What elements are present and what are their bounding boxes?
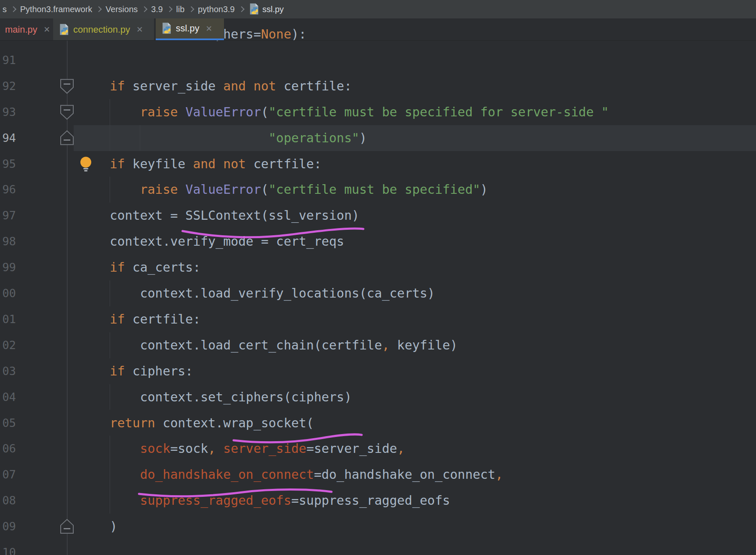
code-text: ) xyxy=(80,514,117,540)
code-text: if keyfile and not certfile: xyxy=(80,151,321,177)
tab-connection-py[interactable]: connection.py✕ xyxy=(53,18,154,41)
breadcrumb: sPython3.frameworkVersions3.9libpython3.… xyxy=(0,0,756,18)
chevron-right-icon xyxy=(96,6,102,12)
line-number: 04 xyxy=(0,384,16,410)
code-line[interactable]: 04 context.set_ciphers(ciphers) xyxy=(0,384,756,410)
breadcrumb-item-ssl-py[interactable]: ssl.py xyxy=(248,3,284,15)
line-number: 05 xyxy=(0,410,16,436)
code-line[interactable]: 92 if server_side and not certfile: xyxy=(0,73,756,99)
line-number: 91 xyxy=(0,47,16,73)
python-file-icon xyxy=(248,3,260,15)
line-number: 97 xyxy=(0,203,16,229)
tab-close-icon[interactable]: ✕ xyxy=(206,25,212,33)
code-line[interactable]: 09 ) xyxy=(0,514,756,540)
code-text: if ciphers: xyxy=(80,358,193,384)
code-text: if ca_certs: xyxy=(80,254,201,280)
code-text: context.verify_mode = cert_reqs xyxy=(80,229,344,254)
code-text: sock=sock, server_side=server_side, xyxy=(80,436,405,462)
code-text: context.load_verify_locations(ca_certs) xyxy=(80,280,435,306)
line-number: 93 xyxy=(0,99,16,125)
line-number: 92 xyxy=(0,73,16,99)
code-line[interactable]: 01 if certfile: xyxy=(0,306,756,332)
chevron-right-icon xyxy=(10,6,16,12)
code-line[interactable]: 07 do_handshake_on_connect=do_handshake_… xyxy=(0,462,756,488)
code-line[interactable]: 10 xyxy=(0,540,756,555)
line-number: 10 xyxy=(0,540,16,555)
code-line[interactable]: 94 "operations") xyxy=(0,125,756,151)
code-text: if server_side and not certfile: xyxy=(80,73,352,99)
line-number: 01 xyxy=(0,306,16,332)
code-text: raise ValueError("certfile must be speci… xyxy=(80,99,609,125)
code-line[interactable]: 99 if ca_certs: xyxy=(0,254,756,280)
line-number: 98 xyxy=(0,229,16,254)
line-number: 03 xyxy=(0,358,16,384)
code-line[interactable]: 05 return context.wrap_socket( xyxy=(0,410,756,436)
line-number: 99 xyxy=(0,254,16,280)
chevron-right-icon xyxy=(239,6,244,12)
code-text: "operations") xyxy=(80,125,367,151)
tab-close-icon[interactable]: ✕ xyxy=(136,26,143,33)
code-text: context.load_cert_chain(certfile, keyfil… xyxy=(80,332,458,358)
code-line[interactable]: 03 if ciphers: xyxy=(0,358,756,384)
code-line[interactable]: 91 xyxy=(0,47,756,73)
line-number: 09 xyxy=(0,514,16,540)
code-line[interactable]: 06 sock=sock, server_side=server_side, xyxy=(0,436,756,462)
code-editor[interactable]: 90 ciphers=None):9192 if server_side and… xyxy=(0,0,756,555)
code-text: return context.wrap_socket( xyxy=(80,410,314,436)
tab-main-py[interactable]: main.py✕ xyxy=(0,18,53,41)
breadcrumb-item-python3-framework[interactable]: Python3.framework xyxy=(20,5,92,14)
code-line[interactable]: 95 if keyfile and not certfile: xyxy=(0,151,756,177)
code-text: suppress_ragged_eofs=suppress_ragged_eof… xyxy=(80,488,450,514)
chevron-right-icon xyxy=(188,6,194,12)
line-number: 00 xyxy=(0,280,16,306)
code-line[interactable]: 08 suppress_ragged_eofs=suppress_ragged_… xyxy=(0,488,756,514)
code-line[interactable]: 97 context = SSLContext(ssl_version) xyxy=(0,203,756,229)
tab-ssl-py[interactable]: ssl.py✕ xyxy=(156,18,224,41)
breadcrumb-item-versions[interactable]: Versions xyxy=(105,5,138,14)
line-number: 08 xyxy=(0,488,16,514)
chevron-right-icon xyxy=(141,6,147,12)
tab-label: connection.py xyxy=(73,24,130,35)
line-number: 94 xyxy=(0,125,16,151)
line-number: 02 xyxy=(0,332,16,358)
code-line[interactable]: 93 raise ValueError("certfile must be sp… xyxy=(0,99,756,125)
code-line[interactable]: 98 context.verify_mode = cert_reqs xyxy=(0,229,756,254)
chevron-right-icon xyxy=(167,6,172,12)
line-number: 95 xyxy=(0,151,16,177)
code-text: context.set_ciphers(ciphers) xyxy=(80,384,352,410)
code-text: do_handshake_on_connect=do_handshake_on_… xyxy=(80,462,503,488)
code-text: if certfile: xyxy=(80,306,201,332)
breadcrumb-item-python3-9[interactable]: python3.9 xyxy=(198,5,235,14)
breadcrumb-item-lib[interactable]: lib xyxy=(176,5,185,14)
code-line[interactable]: 00 context.load_verify_locations(ca_cert… xyxy=(0,280,756,306)
line-number: 07 xyxy=(0,462,16,488)
code-text: raise ValueError("certfile must be speci… xyxy=(80,177,488,203)
code-line[interactable]: 02 context.load_cert_chain(certfile, key… xyxy=(0,332,756,358)
python-file-icon xyxy=(161,22,172,35)
tab-close-icon[interactable]: ✕ xyxy=(44,26,50,33)
code-line[interactable]: 96 raise ValueError("certfile must be sp… xyxy=(0,177,756,203)
line-number: 96 xyxy=(0,177,16,203)
tab-label: ssl.py xyxy=(176,23,199,34)
editor-tab-bar: main.py✕ connection.py✕ ssl.py✕ xyxy=(0,18,756,41)
tab-label: main.py xyxy=(5,24,37,35)
python-file-icon xyxy=(58,23,69,36)
breadcrumb-item-s[interactable]: s xyxy=(3,5,7,14)
code-text: context = SSLContext(ssl_version) xyxy=(80,203,359,229)
breadcrumb-item-3-9[interactable]: 3.9 xyxy=(151,5,163,14)
line-number: 06 xyxy=(0,436,16,462)
ide-window: sPython3.frameworkVersions3.9libpython3.… xyxy=(0,0,756,555)
